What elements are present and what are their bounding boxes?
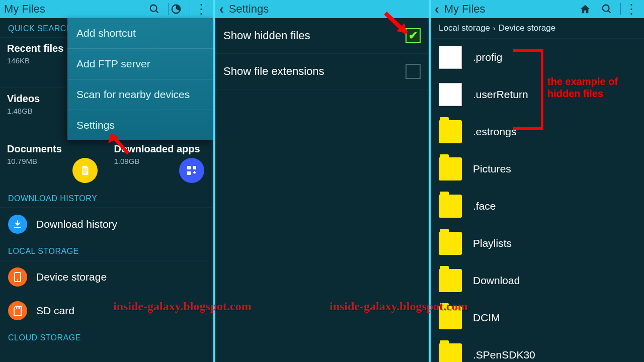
header-bar: My Files ⋮ (0, 0, 213, 18)
documents-icon (72, 158, 98, 183)
setting-show-extensions[interactable]: Show file extensions (215, 54, 429, 89)
annotation-bracket (513, 49, 543, 130)
divider (190, 3, 190, 15)
folder-icon (439, 343, 462, 362)
watermark: inside-galaxy.blogspot.com (330, 300, 468, 313)
svg-rect-4 (83, 170, 87, 171)
setting-label: Show hidden files (223, 29, 406, 42)
row-label: Device storage (36, 271, 107, 283)
sd-card-icon (8, 301, 27, 320)
menu-settings[interactable]: Settings (67, 110, 213, 140)
section-cloud-storage: CLOUD STORAGE (0, 327, 213, 346)
device-icon (8, 267, 27, 287)
section-download-history: DOWNLOAD HISTORY (0, 188, 213, 207)
file-icon (439, 46, 462, 69)
svg-point-0 (150, 5, 157, 12)
breadcrumb-part[interactable]: Device storage (499, 23, 555, 33)
folder-icon (439, 269, 462, 292)
folder-icon (439, 232, 462, 255)
svg-line-1 (156, 11, 158, 13)
row-label: SD card (36, 305, 74, 317)
row-download-history[interactable]: Download history (0, 207, 213, 241)
folder-icon (439, 120, 462, 143)
row-label: Download history (36, 218, 117, 230)
file-row[interactable]: Playlists (431, 225, 644, 262)
divider (599, 3, 599, 15)
annotation-label: the example of hidden files (547, 75, 643, 100)
checkbox-show-extensions[interactable] (406, 64, 421, 79)
home-icon[interactable] (580, 4, 597, 15)
folder-icon (439, 157, 462, 180)
menu-add-shortcut[interactable]: Add shortcut (67, 18, 213, 49)
storage-pie-icon[interactable] (171, 4, 188, 15)
file-row[interactable]: .face (431, 188, 644, 225)
file-name: Download (473, 275, 520, 287)
svg-rect-5 (83, 172, 86, 173)
file-icon (439, 83, 462, 106)
file-name: .SPenSDK30 (473, 349, 535, 361)
file-row[interactable]: Download (431, 262, 644, 299)
folder-icon (439, 195, 462, 218)
svg-rect-8 (187, 171, 191, 175)
overflow-menu-icon[interactable]: ⋮ (192, 2, 209, 17)
file-name: Pictures (473, 163, 511, 175)
divider (620, 3, 621, 15)
divider (168, 3, 169, 15)
annotation-arrow (381, 9, 417, 44)
search-icon[interactable] (149, 4, 166, 15)
svg-line-15 (608, 11, 611, 13)
svg-point-10 (17, 280, 18, 281)
svg-rect-7 (193, 166, 196, 169)
annotation-arrow (103, 128, 133, 158)
file-name: .estrongs (473, 126, 516, 138)
apps-icon (179, 158, 204, 183)
search-icon[interactable] (601, 4, 618, 15)
chevron-right-icon: › (493, 24, 496, 32)
menu-scan-nearby[interactable]: Scan for nearby devices (67, 79, 213, 110)
breadcrumb[interactable]: Local storage › Device storage (431, 18, 644, 39)
watermark: inside-galaxy.blogspot.com (113, 300, 252, 313)
file-name: .face (473, 200, 496, 212)
header-bar: ‹ My Files ⋮ (431, 0, 644, 18)
file-row[interactable]: .SPenSDK30 (431, 336, 644, 362)
menu-add-ftp[interactable]: Add FTP server (67, 49, 213, 79)
file-row[interactable]: Pictures (431, 150, 644, 188)
app-title: My Files (4, 3, 149, 16)
breadcrumb-part[interactable]: Local storage (439, 23, 490, 33)
back-icon[interactable]: ‹ (219, 2, 224, 17)
app-title: My Files (444, 3, 580, 16)
overflow-menu: Add shortcut Add FTP server Scan for nea… (67, 18, 213, 140)
tile-title: Documents (7, 143, 100, 155)
file-name: DCIM (473, 312, 500, 324)
download-icon (8, 215, 27, 234)
tile-documents[interactable]: Documents 10.79MB (0, 138, 107, 188)
file-name: .profig (473, 51, 502, 63)
row-device-storage[interactable]: Device storage (0, 260, 213, 294)
svg-point-14 (603, 5, 609, 12)
setting-label: Show file extensions (223, 65, 406, 78)
section-local-storage: LOCAL STORAGE (0, 241, 213, 260)
file-name: Playlists (473, 237, 512, 249)
svg-rect-6 (187, 166, 191, 169)
back-icon[interactable]: ‹ (435, 2, 439, 17)
overflow-menu-icon[interactable]: ⋮ (623, 2, 640, 17)
svg-rect-3 (83, 168, 87, 169)
